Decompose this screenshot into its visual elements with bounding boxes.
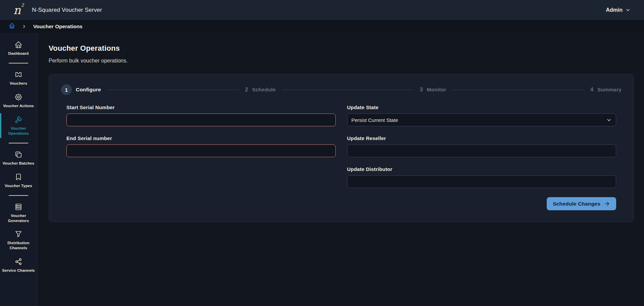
stepper-step-monitor[interactable]: 3 Monitor [420,87,446,93]
start-serial-label: Start Serial Number [66,104,336,110]
step-number: 3 [420,87,423,93]
step-label: Configure [76,87,101,93]
home-icon [14,41,22,49]
logo-n: n [13,4,21,16]
stepper: 1 Configure 2 Schedule 3 Monitor 4 Summa… [61,84,622,95]
step-number: 4 [590,87,593,93]
user-menu[interactable]: Admin [606,7,631,13]
sidebar-item-voucher-types[interactable]: Voucher Types [0,169,37,192]
sidebar-item-label: Voucher Batches [3,161,35,166]
arrow-right-icon [604,201,610,207]
sidebar-item-vouchers[interactable]: Vouchers [0,67,37,89]
sidebar-item-label: Dashboard [8,51,29,56]
update-reseller-input[interactable] [347,144,616,157]
sidebar-item-label: Voucher Types [5,183,32,188]
stepper-step-configure[interactable]: 1 Configure [61,84,101,95]
gavel-icon [14,116,22,124]
update-distributor-label: Update Distributor [347,166,616,172]
sidebar-item-voucher-batches[interactable]: Voucher Batches [0,147,37,169]
sidebar-item-label: Service Channels [2,268,35,273]
sidebar-item-voucher-operations[interactable]: Voucher Operations [0,112,37,139]
end-serial-field-group: End Serial number [66,135,336,157]
main-content: Voucher Operations Perform bulk voucher … [37,33,644,306]
top-bar: n2 N-Squared Voucher Server Admin [0,0,644,20]
breadcrumb-current-page: Voucher Operations [33,24,83,30]
sidebar-divider [9,195,28,196]
update-state-field-group: Update State Persist Current State [347,104,616,126]
app-logo: n2 [13,4,24,16]
step-label: Summary [597,87,622,93]
sidebar-item-voucher-actions[interactable]: Voucher Actions [0,89,37,112]
sidebar-item-label: Voucher Operations [1,126,36,136]
start-serial-input[interactable] [66,114,336,126]
update-state-selected-value: Persist Current State [352,117,398,123]
sidebar-item-dashboard[interactable]: Dashboard [0,37,37,59]
sidebar-item-label: Voucher Actions [3,103,34,108]
step-number: 1 [61,84,72,95]
share-icon [14,258,22,266]
bookmark-icon [14,173,22,181]
ticket-icon [14,71,23,79]
user-menu-label: Admin [606,7,623,13]
form-right-column: Update State Persist Current State Updat… [347,104,616,210]
funnel-icon [14,230,22,238]
home-icon [9,23,15,30]
breadcrumb: Voucher Operations [0,20,644,33]
sidebar-item-label: Vouchers [10,81,27,86]
stepper-connector [107,90,239,90]
sidebar: Dashboard Vouchers Voucher Actions Vouch… [0,33,37,306]
stepper-step-summary[interactable]: 4 Summary [590,87,622,93]
end-serial-label: End Serial number [66,135,336,141]
sidebar-item-voucher-generators[interactable]: Voucher Generators [0,199,37,227]
page-subtitle: Perform bulk voucher operations. [49,58,634,64]
start-serial-field-group: Start Serial Number [66,104,336,126]
breadcrumb-home-link[interactable] [9,23,15,30]
form-actions: Schedule Changes [347,197,616,210]
chevron-down-icon [606,117,612,123]
step-number: 2 [245,87,248,93]
stepper-step-schedule[interactable]: 2 Schedule [245,87,276,93]
stepper-connector [452,90,585,90]
bulk-operations-form: Start Serial Number End Serial number Up… [61,104,622,210]
app-title: N-Squared Voucher Server [32,7,102,13]
update-state-label: Update State [347,104,616,110]
sidebar-divider [9,63,28,63]
gear-icon [14,93,22,101]
server-stack-icon [14,203,22,211]
sidebar-item-distribution-channels[interactable]: Distribution Channels [0,226,37,254]
sidebar-item-service-channels[interactable]: Service Channels [0,254,37,276]
schedule-changes-label: Schedule Changes [553,201,600,207]
update-distributor-input[interactable] [347,175,616,188]
chevron-down-icon [625,7,631,13]
update-state-select[interactable]: Persist Current State [347,114,616,126]
chevron-right-icon [22,24,26,29]
sidebar-divider [9,143,28,143]
voucher-operations-card: 1 Configure 2 Schedule 3 Monitor 4 Summa… [49,74,634,222]
stepper-connector [282,90,414,90]
end-serial-input[interactable] [66,144,336,157]
page-title: Voucher Operations [49,44,634,53]
update-reseller-label: Update Reseller [347,135,616,141]
step-label: Schedule [252,87,276,93]
sidebar-item-label: Distribution Channels [1,241,36,251]
form-left-column: Start Serial Number End Serial number [66,104,336,210]
sidebar-item-label: Voucher Generators [1,213,36,223]
update-distributor-field-group: Update Distributor [347,166,616,188]
schedule-changes-button[interactable]: Schedule Changes [547,197,616,210]
update-reseller-field-group: Update Reseller [347,135,616,157]
step-label: Monitor [427,87,446,93]
copy-icon [14,150,22,159]
logo-squared: 2 [21,3,24,7]
